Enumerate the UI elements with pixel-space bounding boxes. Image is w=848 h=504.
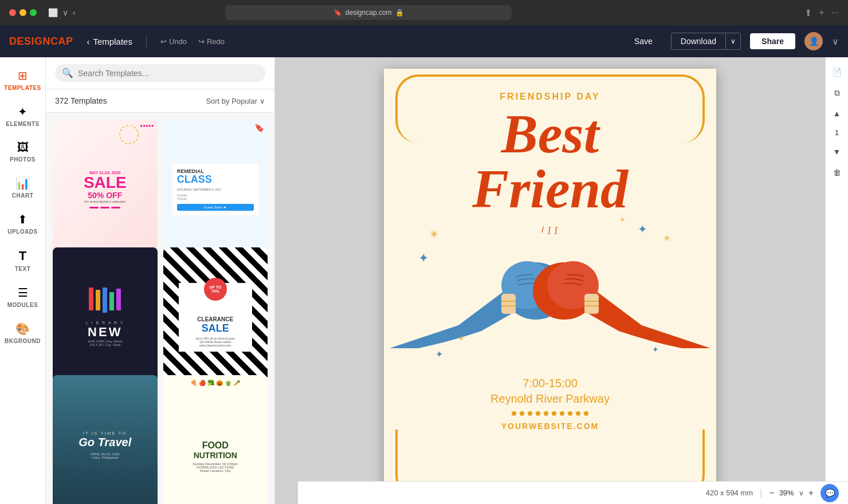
bookmark-icon: 🔖: [254, 123, 264, 132]
window-controls[interactable]: [9, 9, 37, 16]
travel-text: IT IS TIME TO Go Travel APRIL 25-26, 202…: [78, 431, 131, 459]
star-5: ✦: [638, 222, 647, 236]
sidebar-item-uploads[interactable]: ⬆ UPLOADS: [0, 206, 45, 242]
friend-text[interactable]: Friend: [384, 162, 716, 216]
templates-grid: ●●●●● MAY 21-24, 2020 SALE 50% OFF On en…: [46, 113, 274, 504]
save-button[interactable]: Save: [625, 33, 662, 49]
avatar[interactable]: 👤: [804, 32, 823, 50]
search-box[interactable]: 🔍: [55, 64, 265, 82]
template-card-remedial[interactable]: REMEDIAL CLASS SATURDAY, SEPTEMBER 5, 20…: [163, 120, 268, 259]
maximize-dot[interactable]: [30, 9, 37, 16]
dot-3: [528, 411, 532, 416]
template-card-travel[interactable]: IT IS TIME TO Go Travel APRIL 25-26, 202…: [53, 375, 158, 504]
zoom-in-button[interactable]: +: [808, 488, 814, 498]
sidebar-item-photos[interactable]: 🖼 PHOTOS: [0, 134, 45, 170]
avatar-image: 👤: [809, 37, 819, 46]
undo-button[interactable]: ↩ Undo: [156, 35, 191, 48]
address-text[interactable]: Reynold River Parkway: [384, 390, 716, 405]
browser-nav[interactable]: ⬜ ∨ ‹: [48, 8, 76, 17]
chat-icon: 💬: [825, 489, 835, 498]
logo-cap: CAP: [50, 36, 73, 47]
dot-9: [576, 411, 580, 416]
food-icons-decor: 🍕🍎🥦🎃 🫑🥕: [163, 380, 268, 386]
sidebar-item-bkground[interactable]: 🎨 BKGROUND: [0, 315, 45, 351]
food-text: FOOD NUTRITION Sunday December 19 9:00pm…: [193, 440, 238, 472]
undo-label: Undo: [169, 37, 187, 46]
design-canvas[interactable]: FRIENDSHIP DAY Best Friend ✳ ✦ ✦ ✳ ✦ ✳ ✦…: [384, 69, 716, 504]
add-page-button[interactable]: 📄: [829, 64, 845, 80]
user-dropdown-icon[interactable]: ∨: [832, 36, 839, 47]
library-books-decor: [89, 288, 121, 313]
template-card-food[interactable]: 🍕🍎🥦🎃 🫑🥕 FOOD NUTRITION Sunday December 1…: [163, 375, 268, 504]
back-icon[interactable]: ‹: [73, 8, 76, 17]
action-marks: / ∫ ∫: [541, 225, 558, 234]
page-up-button[interactable]: ▲: [829, 105, 845, 121]
star-3: ✦: [435, 349, 443, 360]
share-button[interactable]: Share: [750, 33, 795, 49]
templates-panel: 🔍 372 Templates Sort by Popular ∨ ●●●●●: [46, 57, 275, 504]
sidebar-item-text[interactable]: T TEXT: [0, 242, 45, 279]
modules-label: MODULES: [7, 302, 38, 308]
sort-chevron-icon: ∨: [260, 97, 265, 105]
minimize-dot[interactable]: [19, 9, 26, 16]
dot-10: [584, 411, 588, 416]
website-text[interactable]: YOURWEBSITE.COM: [384, 422, 716, 442]
zoom-controls: − 39% ∨ +: [769, 488, 814, 498]
friendship-day-text[interactable]: FRIENDSHIP DAY: [384, 69, 716, 102]
star-4: ✳: [458, 334, 464, 342]
modules-icon: ☰: [18, 286, 28, 300]
templates-header: 372 Templates Sort by Popular ∨: [46, 89, 274, 113]
zoom-value: 39%: [779, 489, 794, 497]
close-dot[interactable]: [9, 9, 16, 16]
header-divider: [146, 34, 147, 48]
page-down-button[interactable]: ▼: [829, 144, 845, 160]
nav-down-icon[interactable]: ∨: [62, 8, 68, 17]
bar-divider: |: [760, 488, 762, 498]
photos-icon: 🖼: [17, 141, 29, 154]
copy-page-button[interactable]: ⧉: [829, 85, 845, 101]
template-card-library[interactable]: L I B R A R Y NEW 1046 CPM | Any StreetJ…: [53, 247, 158, 387]
fist-bump-area[interactable]: ✳ ✦ ✦ ✳ ✦ ✳ ✦ ✳ / ∫ ∫: [384, 216, 716, 371]
canvas-area[interactable]: FRIENDSHIP DAY Best Friend ✳ ✦ ✦ ✳ ✦ ✳ ✦…: [275, 57, 825, 504]
time-text[interactable]: 7:00-15:00: [384, 371, 716, 390]
address-bar[interactable]: 🔖 designcap.com 🔒: [225, 5, 512, 20]
bkground-icon: 🎨: [15, 322, 30, 336]
zoom-chevron-icon[interactable]: ∨: [799, 489, 804, 497]
clearance-text: UP TO70% CLEARANCE SALE Up to 70% off on…: [179, 283, 252, 352]
sale-dots-decor: ●●●●●: [53, 123, 158, 128]
chart-label: CHART: [12, 192, 34, 199]
zoom-out-button[interactable]: −: [769, 488, 774, 498]
search-input[interactable]: [78, 69, 258, 78]
sort-label: Sort by Popular: [206, 97, 257, 105]
delete-page-button[interactable]: 🗑: [829, 164, 845, 180]
tab-icon: 🔖: [333, 9, 342, 17]
sidebar-item-chart[interactable]: 📊 CHART: [0, 170, 45, 206]
star-8: ✳: [620, 216, 625, 223]
library-content: L I B R A R Y NEW 1046 CPM | Any StreetJ…: [86, 252, 124, 382]
dot-8: [568, 411, 572, 416]
new-tab-icon[interactable]: +: [819, 7, 824, 18]
chart-icon: 📊: [15, 176, 30, 190]
sidebar-toggle-icon[interactable]: ⬜: [48, 8, 58, 17]
templates-nav-button[interactable]: ‹ Templates: [83, 34, 137, 49]
dot-5: [544, 411, 548, 416]
templates-icon: ⊞: [18, 69, 28, 82]
more-icon[interactable]: ···: [831, 7, 839, 18]
undo-redo-controls[interactable]: ↩ Undo ↪ Redo: [156, 35, 229, 48]
template-card-sale[interactable]: ●●●●● MAY 21-24, 2020 SALE 50% OFF On en…: [53, 120, 158, 259]
share-browser-icon[interactable]: ⬆: [804, 7, 812, 18]
red-fist-group: [533, 261, 710, 348]
sidebar-item-elements[interactable]: ✦ ELEMENTS: [0, 98, 45, 134]
sidebar-item-templates[interactable]: ⊞ TEMPLATES: [0, 62, 45, 98]
redo-button[interactable]: ↪ Redo: [194, 35, 229, 48]
download-button[interactable]: Download: [671, 33, 725, 50]
download-dropdown-button[interactable]: ∨: [725, 33, 741, 50]
template-card-clearance[interactable]: UP TO70% CLEARANCE SALE Up to 70% off on…: [163, 247, 268, 387]
chat-button[interactable]: 💬: [820, 484, 839, 502]
library-text: L I B R A R Y NEW 1046 CPM | Any StreetJ…: [86, 321, 124, 346]
sort-button[interactable]: Sort by Popular ∨: [206, 97, 265, 105]
browser-right-controls[interactable]: ⬆ + ···: [804, 7, 839, 18]
sidebar-item-modules[interactable]: ☰ MODULES: [0, 279, 45, 315]
delete-icon: 🗑: [833, 168, 841, 177]
best-text[interactable]: Best: [384, 107, 716, 162]
